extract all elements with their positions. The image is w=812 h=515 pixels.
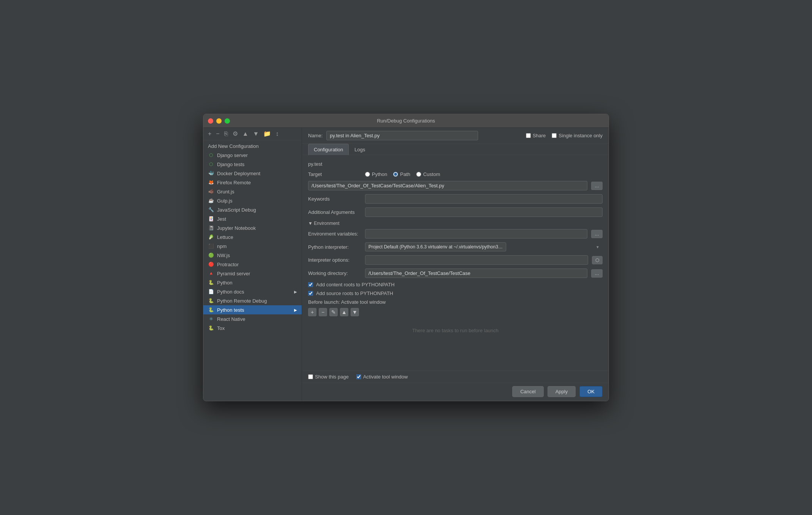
tabs-bar: Configuration Logs	[302, 144, 609, 155]
environment-toggle[interactable]: ▼ Environment	[308, 221, 603, 226]
copy-config-button[interactable]: ⎘	[223, 130, 230, 138]
add-source-roots-checkbox[interactable]	[308, 291, 313, 296]
footer-buttons: Cancel Apply OK	[302, 383, 609, 401]
apply-button[interactable]: Apply	[548, 386, 576, 397]
python-docs-icon: 📄	[208, 289, 214, 295]
single-instance-checkbox[interactable]	[552, 133, 557, 138]
sidebar-item-protractor[interactable]: 🔴 Protractor	[203, 260, 302, 269]
sidebar-label-react-native: React Native	[217, 316, 245, 322]
additional-args-input[interactable]	[365, 207, 603, 217]
sidebar-label-js-debug: JavaScript Debug	[217, 207, 256, 213]
cancel-button[interactable]: Cancel	[512, 386, 543, 397]
launch-section: Before launch: Activate tool window + − …	[308, 299, 603, 341]
sidebar-label-python-remote-debug: Python Remote Debug	[217, 298, 267, 304]
js-debug-icon: 🔧	[208, 207, 214, 213]
show-page-checkbox-label[interactable]: Show this page	[308, 374, 349, 380]
main-content: + − ⎘ ⚙ ▲ ▼ 📁 ↕ Add New Configuration ⬡ …	[203, 128, 609, 401]
activate-tool-window-checkbox-label[interactable]: Activate tool window	[356, 374, 408, 380]
sidebar-item-python[interactable]: 🐍 Python	[203, 278, 302, 287]
interpreter-options-row: Interpreter options: ⬡	[308, 255, 603, 265]
add-new-label: Add New Configuration	[208, 143, 259, 149]
launch-down-button[interactable]: ▼	[351, 308, 359, 316]
interpreter-options-input[interactable]	[365, 255, 588, 265]
path-radio-label[interactable]: Path	[393, 171, 410, 177]
launch-edit-button[interactable]: ✎	[329, 308, 338, 316]
share-checkbox[interactable]	[526, 133, 531, 138]
window-controls	[208, 118, 230, 124]
activate-tool-window-label: Activate tool window	[363, 374, 408, 380]
sidebar-item-python-docs[interactable]: 📄 Python docs ▶	[203, 287, 302, 296]
sidebar-item-firefox-remote[interactable]: 🦊 Firefox Remote	[203, 178, 302, 187]
remove-config-button[interactable]: −	[214, 130, 221, 138]
name-input[interactable]	[326, 131, 478, 140]
tab-logs[interactable]: Logs	[349, 144, 371, 155]
activate-tool-window-checkbox[interactable]	[356, 374, 361, 379]
sidebar-item-gulpjs[interactable]: ☕ Gulp.js	[203, 196, 302, 205]
env-vars-input[interactable]	[365, 229, 587, 239]
path-row: …	[308, 181, 603, 190]
move-up-button[interactable]: ▲	[241, 130, 250, 138]
settings-config-button[interactable]: ⚙	[231, 130, 239, 138]
single-instance-checkbox-label[interactable]: Single instance only	[552, 133, 603, 138]
before-launch-label: Before launch: Activate tool window	[308, 299, 603, 305]
add-new-configuration-item[interactable]: Add New Configuration	[203, 142, 302, 151]
sidebar-item-python-remote-debug[interactable]: 🐍 Python Remote Debug	[203, 296, 302, 305]
python-radio[interactable]	[365, 172, 370, 177]
ok-button[interactable]: OK	[579, 386, 603, 397]
sort-button[interactable]: ↕	[274, 130, 280, 138]
keywords-input[interactable]	[365, 194, 603, 204]
add-config-button[interactable]: +	[206, 130, 213, 138]
sidebar: + − ⎘ ⚙ ▲ ▼ 📁 ↕ Add New Configuration ⬡ …	[203, 128, 302, 401]
working-dir-browse-button[interactable]: …	[591, 269, 603, 278]
sidebar-label-pyramid: Pyramid server	[217, 271, 250, 276]
python-interpreter-row: Python interpreter: Project Default (Pyt…	[308, 242, 603, 251]
interpreter-options-browse-button[interactable]: ⬡	[592, 256, 603, 264]
python-radio-label[interactable]: Python	[365, 171, 387, 177]
keywords-row: Keywords	[308, 194, 603, 204]
add-content-roots-checkbox[interactable]	[308, 282, 313, 287]
working-dir-input[interactable]	[365, 268, 587, 278]
interpreter-options-label: Interpreter options:	[308, 257, 361, 263]
path-input[interactable]	[308, 181, 587, 190]
bottom-checkboxes: Show this page Activate tool window	[308, 374, 603, 380]
tab-configuration[interactable]: Configuration	[308, 144, 349, 155]
sidebar-item-jupyter[interactable]: 📓 Jupyter Notebook	[203, 223, 302, 232]
custom-radio-label[interactable]: Custom	[416, 171, 440, 177]
path-radio[interactable]	[393, 172, 398, 177]
sidebar-item-javascript-debug[interactable]: 🔧 JavaScript Debug	[203, 205, 302, 214]
bottom-bar: Show this page Activate tool window	[302, 371, 609, 383]
close-button[interactable]	[208, 118, 213, 124]
sidebar-item-python-tests[interactable]: 🐍 Python tests ▶	[203, 305, 302, 314]
minimize-button[interactable]	[216, 118, 222, 124]
move-down-button[interactable]: ▼	[252, 130, 261, 138]
launch-up-button[interactable]: ▲	[340, 308, 348, 316]
sidebar-item-tox[interactable]: 🐍 Tox	[203, 323, 302, 333]
python-interpreter-select[interactable]: Project Default (Python 3.6.3 virtualenv…	[365, 242, 506, 251]
sidebar-item-docker-deploy[interactable]: 🐳 Docker Deployment	[203, 169, 302, 178]
sidebar-item-gruntjs[interactable]: 🐗 Grunt.js	[203, 187, 302, 196]
folder-button[interactable]: 📁	[262, 130, 272, 138]
share-checkbox-label[interactable]: Share	[526, 133, 546, 138]
sidebar-item-jest[interactable]: 🃏 Jest	[203, 214, 302, 223]
sidebar-item-react-native[interactable]: ⚛ React Native	[203, 314, 302, 323]
launch-toolbar: + − ✎ ▲ ▼	[308, 308, 603, 316]
sidebar-item-django-server[interactable]: ⬡ Django server	[203, 151, 302, 160]
sidebar-item-lettuce[interactable]: 🥬 Lettuce	[203, 232, 302, 242]
target-label: Target	[308, 171, 361, 177]
sidebar-item-django-tests[interactable]: ⬡ Django tests	[203, 160, 302, 169]
custom-radio[interactable]	[416, 172, 421, 177]
env-vars-browse-button[interactable]: …	[591, 230, 603, 238]
py-test-section-label: py.test	[308, 161, 603, 167]
maximize-button[interactable]	[225, 118, 230, 124]
path-browse-button[interactable]: …	[591, 182, 603, 190]
python-remote-debug-icon: 🐍	[208, 298, 214, 304]
sidebar-label-python: Python	[217, 280, 232, 286]
show-page-checkbox[interactable]	[308, 374, 313, 379]
npm-icon: ⬛	[208, 243, 214, 249]
sidebar-item-pyramid-server[interactable]: 🔺 Pyramid server	[203, 269, 302, 278]
launch-add-button[interactable]: +	[308, 308, 316, 316]
sidebar-item-nwjs[interactable]: 🟢 NW.js	[203, 251, 302, 260]
sidebar-item-npm[interactable]: ⬛ npm	[203, 242, 302, 251]
gulp-icon: ☕	[208, 198, 214, 204]
launch-remove-button[interactable]: −	[319, 308, 327, 316]
